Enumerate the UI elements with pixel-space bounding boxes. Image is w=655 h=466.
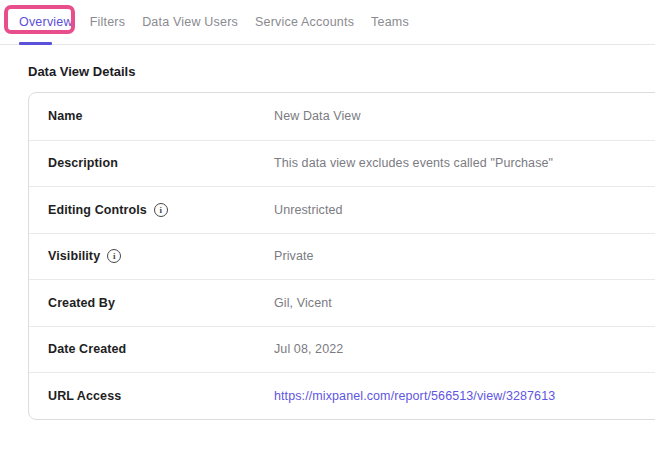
tab-bar: OverviewFiltersData View UsersService Ac…	[0, 0, 655, 45]
tab-label: Filters	[90, 15, 125, 29]
tab-label: Data View Users	[142, 15, 238, 29]
row-label: Editing Controlsi	[48, 203, 274, 217]
tab-data-view-users[interactable]: Data View Users	[142, 0, 238, 44]
row-label: Description	[48, 156, 274, 170]
row-label: Date Created	[48, 342, 274, 356]
data-view-settings-page: OverviewFiltersData View UsersService Ac…	[0, 0, 655, 466]
tab-label: Overview	[19, 15, 73, 29]
info-icon[interactable]: i	[154, 203, 168, 217]
row-value: Jul 08, 2022	[274, 342, 655, 356]
row-value: Gil, Vicent	[274, 296, 655, 310]
table-row: Date CreatedJul 08, 2022	[29, 326, 655, 373]
row-label: Visibilityi	[48, 249, 274, 263]
row-label-text: Editing Controls	[48, 203, 147, 217]
table-row: DescriptionThis data view excludes event…	[29, 140, 655, 187]
info-icon[interactable]: i	[107, 249, 121, 263]
tab-service-accounts[interactable]: Service Accounts	[255, 0, 354, 44]
tab-teams[interactable]: Teams	[371, 0, 409, 44]
content: Data View Details NameNew Data ViewDescr…	[0, 63, 655, 420]
section-title: Data View Details	[28, 63, 655, 80]
row-label: URL Access	[48, 389, 274, 403]
row-label-text: Created By	[48, 296, 115, 310]
row-label-text: Name	[48, 109, 82, 123]
details-card: NameNew Data ViewDescriptionThis data vi…	[28, 92, 655, 420]
table-row: Created ByGil, Vicent	[29, 279, 655, 326]
row-label: Name	[48, 109, 274, 123]
row-label-text: Description	[48, 156, 118, 170]
tab-overview[interactable]: Overview	[19, 0, 73, 44]
row-value: New Data View	[274, 109, 655, 123]
row-label-text: Visibility	[48, 249, 100, 263]
table-row: URL Accesshttps://mixpanel.com/report/56…	[29, 372, 655, 419]
url-access-link[interactable]: https://mixpanel.com/report/566513/view/…	[274, 389, 655, 403]
tab-label: Teams	[371, 15, 409, 29]
row-label-text: Date Created	[48, 342, 126, 356]
table-row: Editing ControlsiUnrestricted	[29, 186, 655, 233]
table-row: NameNew Data View	[29, 93, 655, 140]
row-value: Unrestricted	[274, 203, 655, 217]
tab-filters[interactable]: Filters	[90, 0, 125, 44]
row-value: Private	[274, 249, 655, 263]
row-value: This data view excludes events called "P…	[274, 156, 655, 170]
row-label: Created By	[48, 296, 274, 310]
row-label-text: URL Access	[48, 389, 121, 403]
tab-label: Service Accounts	[255, 15, 354, 29]
table-row: VisibilityiPrivate	[29, 233, 655, 280]
